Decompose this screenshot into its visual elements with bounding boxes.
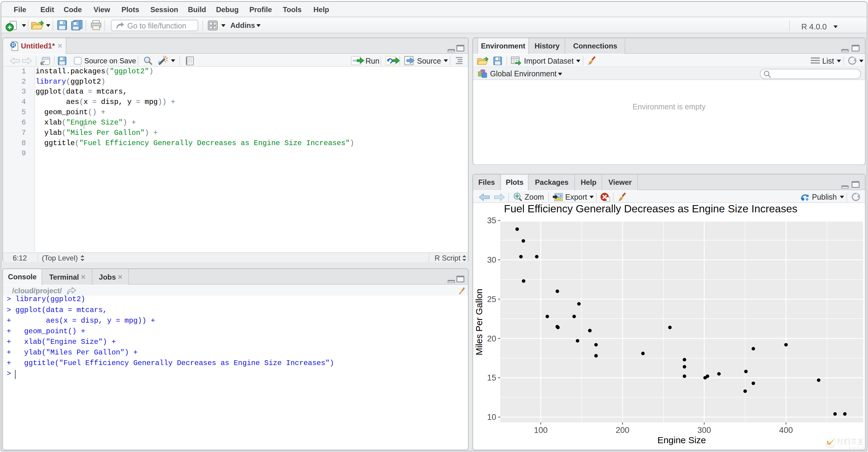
svg-text:Miles Per Gallon: Miles Per Gallon [474,289,484,355]
svg-text:25: 25 [487,295,496,304]
svg-text:35: 35 [487,216,496,225]
svg-text:30: 30 [487,255,496,264]
svg-text:20: 20 [487,334,496,343]
svg-text:200: 200 [616,426,629,435]
svg-text:10: 10 [487,413,496,422]
svg-text:R: R [11,42,15,48]
svg-text:Fuel Efficiency Generally Decr: Fuel Efficiency Generally Decreases as E… [504,203,797,215]
svg-text:300: 300 [698,426,711,435]
svg-text:400: 400 [779,426,793,435]
svg-text:Engine Size: Engine Size [657,435,706,445]
svg-text:15: 15 [487,373,496,382]
svg-text:100: 100 [534,426,548,435]
